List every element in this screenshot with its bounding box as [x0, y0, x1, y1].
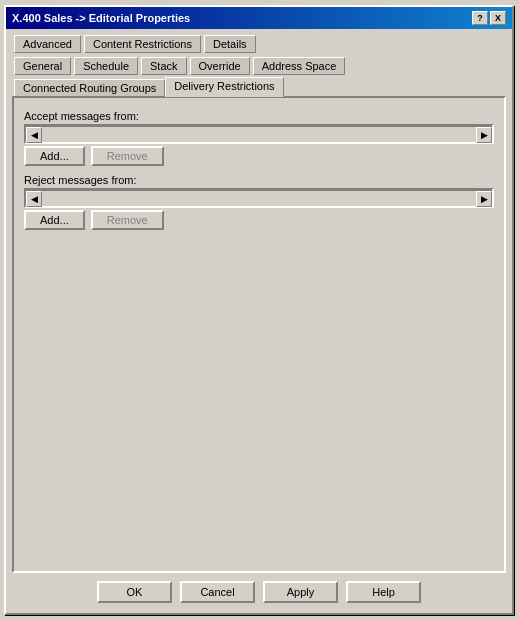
accept-hscroll: ◀ ▶	[26, 126, 492, 142]
reject-hscroll: ◀ ▶	[26, 190, 492, 206]
tab-content-panel: Accept messages from: ◀ ▶ Add... Remove …	[12, 96, 506, 573]
accept-list-container: ◀ ▶	[24, 124, 494, 144]
main-window: X.400 Sales -> Editorial Properties ? X …	[4, 5, 514, 615]
reject-scroll-left-arrow[interactable]: ◀	[26, 191, 42, 207]
tab-row-3: Connected Routing Groups Delivery Restri…	[12, 77, 506, 97]
accept-remove-button[interactable]: Remove	[91, 146, 164, 166]
accept-section: Accept messages from: ◀ ▶ Add... Remove	[24, 110, 494, 166]
reject-remove-button[interactable]: Remove	[91, 210, 164, 230]
tab-stack[interactable]: Stack	[141, 57, 187, 75]
apply-button[interactable]: Apply	[263, 581, 338, 603]
help-button[interactable]: Help	[346, 581, 421, 603]
title-controls: ? X	[472, 11, 506, 25]
tab-connected-routing-groups[interactable]: Connected Routing Groups	[14, 79, 165, 97]
accept-add-button[interactable]: Add...	[24, 146, 85, 166]
close-title-btn[interactable]: X	[490, 11, 506, 25]
tab-general[interactable]: General	[14, 57, 71, 75]
tab-schedule[interactable]: Schedule	[74, 57, 138, 75]
tab-advanced[interactable]: Advanced	[14, 35, 81, 53]
reject-add-button[interactable]: Add...	[24, 210, 85, 230]
tab-address-space[interactable]: Address Space	[253, 57, 346, 75]
reject-scroll-right-arrow[interactable]: ▶	[476, 191, 492, 207]
accept-btn-row: Add... Remove	[24, 146, 494, 166]
accept-label: Accept messages from:	[24, 110, 494, 122]
accept-scroll-right-arrow[interactable]: ▶	[476, 127, 492, 143]
reject-label: Reject messages from:	[24, 174, 494, 186]
cancel-button[interactable]: Cancel	[180, 581, 255, 603]
accept-scroll-track[interactable]	[42, 128, 476, 142]
reject-list-container: ◀ ▶	[24, 188, 494, 208]
accept-scroll-left-arrow[interactable]: ◀	[26, 127, 42, 143]
content-area: Advanced Content Restrictions Details Ge…	[6, 29, 512, 613]
footer-buttons: OK Cancel Apply Help	[12, 573, 506, 607]
reject-section: Reject messages from: ◀ ▶ Add... Remove	[24, 174, 494, 230]
tab-row-1: Advanced Content Restrictions Details	[12, 33, 506, 53]
tab-details[interactable]: Details	[204, 35, 256, 53]
reject-btn-row: Add... Remove	[24, 210, 494, 230]
tab-row-2: General Schedule Stack Override Address …	[12, 55, 506, 75]
help-title-btn[interactable]: ?	[472, 11, 488, 25]
tab-content-restrictions[interactable]: Content Restrictions	[84, 35, 201, 53]
tab-delivery-restrictions[interactable]: Delivery Restrictions	[165, 77, 283, 97]
window-title: X.400 Sales -> Editorial Properties	[12, 12, 190, 24]
ok-button[interactable]: OK	[97, 581, 172, 603]
tab-override[interactable]: Override	[190, 57, 250, 75]
reject-scroll-track[interactable]	[42, 192, 476, 206]
title-bar: X.400 Sales -> Editorial Properties ? X	[6, 7, 512, 29]
